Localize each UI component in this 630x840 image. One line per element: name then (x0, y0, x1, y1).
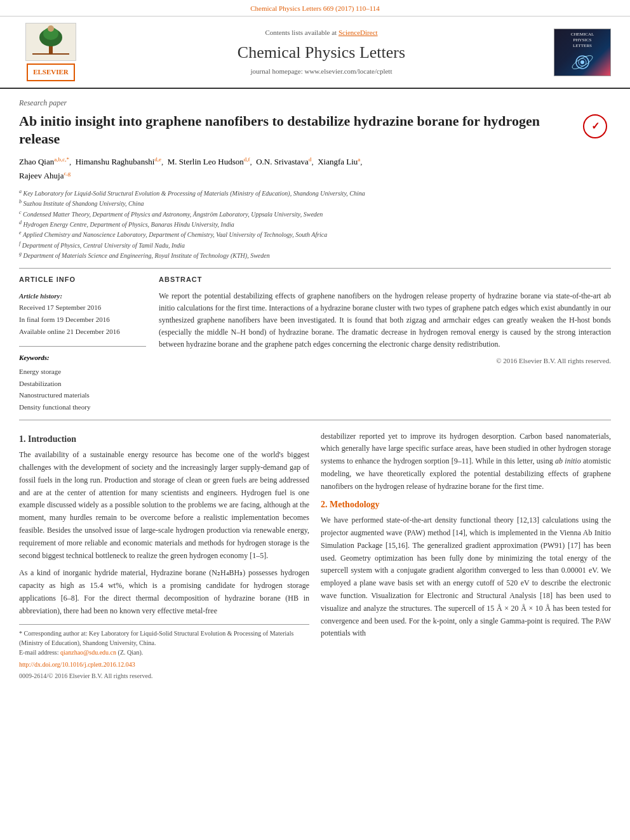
methodology-number: 2. (321, 500, 330, 509)
elsevier-label: ELSEVIER (27, 63, 75, 81)
sciencedirect-line: Contents lists available at ScienceDirec… (95, 28, 547, 37)
intro-para-2: As a kind of inorganic hydride material,… (19, 567, 309, 617)
keyword-4: Density functional theory (19, 401, 146, 413)
keyword-3: Nanostructured materials (19, 389, 146, 401)
journal-cover-image: CHEMICALPHYSICSLETTERS (554, 29, 611, 76)
doi-line: http://dx.doi.org/10.1016/j.cplett.2016.… (19, 660, 309, 669)
abstract-label: ABSTRACT (159, 275, 611, 284)
keywords-label: Keywords: (19, 353, 146, 363)
abstract-text: We report the potential destabilizing ef… (159, 290, 611, 351)
article-history: Article history: Received 17 September 2… (19, 290, 146, 338)
intro-heading: 1. Introduction (19, 433, 309, 446)
body-right-column: destabilizer reported yet to improve its… (321, 430, 611, 681)
methodology-heading: 2. Methodology (321, 498, 611, 511)
elsevier-icon (25, 23, 76, 61)
header-center: Contents lists available at ScienceDirec… (95, 28, 547, 77)
divider-2 (19, 420, 611, 420)
intro-title: Introduction (28, 434, 76, 444)
svg-point-8 (580, 60, 584, 64)
affiliations: a Key Laboratory for Liquid-Solid Struct… (19, 188, 611, 260)
page: Chemical Physics Letters 669 (2017) 110–… (0, 0, 630, 840)
body-left-column: 1. Introduction The availability of a su… (19, 430, 309, 681)
author-zhao-qian: Zhao Qian (19, 157, 54, 166)
article-info-abstract: ARTICLE INFO Article history: Received 1… (19, 275, 611, 413)
journal-title: Chemical Physics Letters (95, 41, 547, 64)
methodology-para: We have performed state-of-the-art densi… (321, 514, 611, 640)
journal-header: ELSEVIER Contents lists available at Sci… (0, 17, 630, 88)
body-columns: 1. Introduction The availability of a su… (19, 430, 611, 681)
footnote-area: * Corresponding author at: Key Laborator… (19, 624, 309, 681)
intro-para-1: The availability of a sustainable energy… (19, 449, 309, 562)
homepage-label: journal homepage: www.elsevier.com/locat… (251, 67, 392, 75)
available-date: Available online 21 December 2016 (19, 326, 146, 338)
journal-cover-area: CHEMICALPHYSICSLETTERS (547, 29, 617, 76)
elsevier-logo-area: ELSEVIER (13, 23, 89, 81)
authors-list: Zhao Qiana,b,c,*, Himanshu Raghubanshid,… (19, 155, 611, 183)
final-form-date: In final form 19 December 2016 (19, 314, 146, 326)
email-link[interactable]: qianzhao@sdu.edu.cn (60, 649, 116, 656)
sciencedirect-link[interactable]: ScienceDirect (338, 29, 378, 36)
author-xiangfa: Xiangfa Liu (318, 157, 358, 166)
methodology-title: Methodology (330, 500, 380, 509)
abstract-copyright: © 2016 Elsevier B.V. All rights reserved… (159, 356, 611, 366)
article-title: Ab initio insight into graphene nanofibe… (19, 112, 611, 149)
divider-1 (19, 268, 611, 269)
corresponding-author-note: * Corresponding author at: Key Laborator… (19, 629, 309, 648)
keywords-section: Keywords: Energy storage Destabilization… (19, 353, 146, 413)
journal-homepage: journal homepage: www.elsevier.com/locat… (95, 67, 547, 76)
keyword-1: Energy storage (19, 366, 146, 378)
author-himanshu: Himanshu Raghubanshi (76, 157, 155, 166)
article-content: Research paper Ab initio insight into gr… (0, 89, 630, 693)
top-bar: Chemical Physics Letters 669 (2017) 110–… (0, 0, 630, 17)
abstract-column: ABSTRACT We report the potential destabi… (159, 275, 611, 413)
email-note: E-mail address: qianzhao@sdu.edu.cn (Z. … (19, 648, 309, 657)
crossmark (579, 112, 611, 141)
contents-label: Contents lists available at (265, 29, 338, 36)
intro-number: 1. (19, 434, 28, 444)
we-employed-text: We employed (321, 566, 611, 587)
author-srivastava: O.N. Srivastava (256, 157, 309, 166)
article-title-text: Ab initio insight into graphene nanofibe… (19, 113, 540, 147)
author-rajeev: Rajeev Ahuja (19, 171, 64, 180)
author-sterlin: M. Sterlin Leo Hudson (168, 157, 244, 166)
journal-citation: Chemical Physics Letters 669 (2017) 110–… (250, 4, 380, 12)
crossmark-icon (583, 114, 607, 138)
received-date: Received 17 September 2016 (19, 302, 146, 314)
article-info-label: ARTICLE INFO (19, 275, 146, 284)
copyright-footer: 0009-2614/© 2016 Elsevier B.V. All right… (19, 671, 309, 681)
keyword-2: Destabilization (19, 378, 146, 390)
svg-point-4 (48, 25, 54, 32)
article-info-column: ARTICLE INFO Article history: Received 1… (19, 275, 146, 413)
keywords-list: Energy storage Destabilization Nanostruc… (19, 366, 146, 413)
doi-link[interactable]: http://dx.doi.org/10.1016/j.cplett.2016.… (19, 661, 135, 668)
intro-right-para: destabilizer reported yet to improve its… (321, 430, 611, 493)
divider-info (19, 346, 146, 347)
history-label: Article history: (19, 290, 146, 302)
article-type: Research paper (19, 98, 611, 109)
